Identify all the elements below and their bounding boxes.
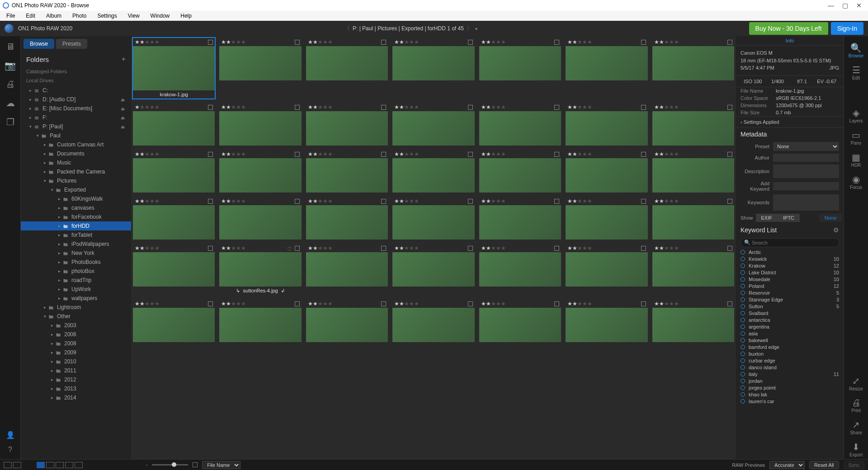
camera-icon[interactable]: 📷 [5,60,16,71]
thumbnail-image[interactable] [652,111,734,146]
select-checkbox[interactable] [295,199,300,204]
thumbnail-image[interactable] [566,252,647,287]
keyword-toggle-icon[interactable] [741,352,745,356]
menu-settings[interactable]: Settings [93,12,121,20]
add-folder-button[interactable]: + [122,55,126,63]
select-checkbox[interactable] [468,199,473,204]
info-tab[interactable]: Info [736,36,844,46]
thumbnail-cell[interactable]: ★★★★★ [652,244,734,295]
thumbnail-image[interactable] [219,158,301,193]
select-checkbox[interactable] [208,301,213,306]
keyword-toggle-icon[interactable] [741,358,745,363]
folder-documents[interactable]: ▸Documents [21,149,131,158]
thumbnail-image[interactable] [652,205,734,240]
thumbnail-cell[interactable]: ★★★★★ [392,103,474,146]
windows-icon[interactable]: ❐ [6,117,14,127]
keyword-lake-district[interactable]: Lake District10 [741,269,839,276]
keyword-toggle-icon[interactable] [741,365,745,370]
rating-stars[interactable]: ★★★★★ [567,104,592,110]
nav-next-button[interactable]: 〉 [467,24,472,33]
folder-2014[interactable]: ▸2014 [21,393,131,402]
rating-stars[interactable]: ★★★★★ [567,301,592,307]
keyword-toggle-icon[interactable] [741,291,745,295]
select-checkbox[interactable] [554,40,559,45]
keyword-mosedale[interactable]: Mosedale10 [741,276,839,283]
thumbnail-image[interactable] [392,111,474,146]
select-checkbox[interactable] [727,105,732,110]
menu-file[interactable]: File [2,12,19,20]
export-tool[interactable]: ⬇Export [844,440,868,459]
folder-exported[interactable]: ▾Exported [21,185,131,194]
thumbnail-cell[interactable]: ★★★★★ [306,150,388,193]
keyword-curbar-edge[interactable]: curbar edge [741,357,839,364]
thumbnail-cell[interactable]: ★★★★★ [133,300,215,342]
thumbnail-cell[interactable]: ★★★★★ [479,150,561,193]
folder-music[interactable]: ▸Music [21,158,131,167]
folder-pictures[interactable]: ▾Pictures [21,176,131,185]
select-checkbox[interactable] [295,301,300,306]
folder-2008[interactable]: ▸2008 [21,339,131,348]
rating-stars[interactable]: ★★★★★ [308,151,333,157]
folder-2012[interactable]: ▸2012 [21,375,131,384]
add-keyword-input[interactable] [773,182,839,190]
thumbnail-cell[interactable]: ★★★★★ [479,197,561,240]
select-checkbox[interactable] [295,105,300,110]
folder-other[interactable]: ▾Other [21,312,131,321]
thumbnail-image[interactable] [652,46,734,80]
menu-photo[interactable]: Photo [68,12,91,20]
keyword-toggle-icon[interactable] [741,345,745,349]
rating-stars[interactable]: ★★★★★ [221,198,246,204]
hdr-tool[interactable]: ▦HDR [844,150,868,169]
keyword-keswick[interactable]: Keswick10 [741,256,839,263]
thumbnail-cell[interactable]: ★★★★★ [219,103,301,146]
keyword-buxton[interactable]: buxton [741,351,839,357]
select-checkbox[interactable] [381,152,386,157]
thumbnail-image[interactable] [479,111,561,146]
folder-f-[interactable]: ▸F:⏏ [21,113,131,122]
folder-photobox[interactable]: ▸photoBox [21,267,131,276]
none-button[interactable]: None [819,214,842,222]
thumbnail-image[interactable] [306,308,388,342]
folder-lightroom[interactable]: ▸Lightroom [21,303,131,312]
folder-fortablet[interactable]: ▸forTablet [21,230,131,240]
folder-forfacebook[interactable]: ▸forFacebook [21,212,131,221]
keyword-danco-island[interactable]: danco island [741,364,839,371]
folder-p---paul-[interactable]: ▾P: [Paul]⏏ [21,122,131,131]
rating-stars[interactable]: ★★★★★ [135,301,160,307]
zoom-out-icon[interactable]: ▫ [146,463,147,467]
thumbnail-cell[interactable]: ★★★★★ [392,38,474,99]
gear-icon[interactable]: ⚙ [833,226,839,234]
thumbnail-image[interactable] [133,158,215,193]
sort-checkbox[interactable] [193,462,198,467]
thumbnail-cell[interactable]: ★★★★★ [219,150,301,193]
thumbnail-image[interactable] [566,46,647,80]
thumbnail-image[interactable] [219,308,301,342]
thumbnail-cell[interactable]: ★★★★★ [306,197,388,240]
thumbnail-cell[interactable]: ★★★★★ [479,300,561,342]
thumbnail-size-slider[interactable] [152,464,188,465]
reset-all-button[interactable]: Reset All [809,461,839,469]
keyword-toggle-icon[interactable] [741,270,745,275]
focus-tool[interactable]: ◉Focus [844,172,868,192]
thumbnail-image[interactable] [392,158,474,193]
folder-d---audio-cd-[interactable]: ▸D: [Audio CD]⏏ [21,95,131,104]
rating-stars[interactable]: ★★★★★ [308,245,333,251]
thumbnail-image[interactable] [392,308,474,342]
thumbnail-image[interactable] [219,46,301,80]
rating-stars[interactable]: ★★★★★ [308,104,333,110]
keyword-asia[interactable]: asia [741,330,839,337]
keyword-arctic[interactable]: Arctic [741,249,839,256]
thumbnail-cell[interactable]: ★★★★★ [306,300,388,342]
thumbnail-cell[interactable]: ★★★★★ [652,103,734,146]
keyword-jorges-poimt[interactable]: jorges poimt [741,385,839,391]
thumbnail-image[interactable] [652,252,734,287]
rating-stars[interactable]: ★★★★★ [308,39,333,45]
keyword-toggle-icon[interactable] [741,331,745,336]
rating-stars[interactable]: ★★★★★ [394,151,419,157]
select-checkbox[interactable] [554,199,559,204]
rating-stars[interactable]: ★★★★★ [567,151,592,157]
rating-stars[interactable]: ★★★★★ [567,39,592,45]
folder-2009[interactable]: ▸2009 [21,348,131,357]
rating-stars[interactable]: ★★★★★ [394,301,419,307]
select-checkbox[interactable] [468,40,473,45]
